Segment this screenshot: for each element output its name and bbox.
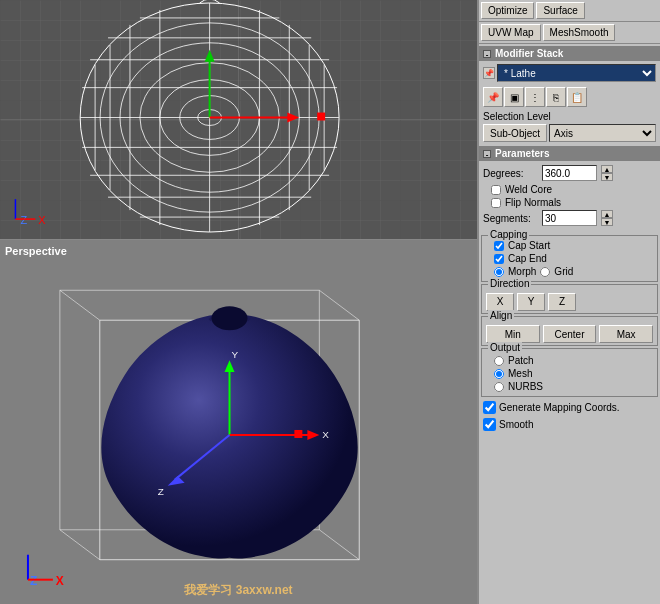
axis-buttons: X Y Z: [486, 293, 653, 311]
morph-grid-row: Morph Grid: [486, 266, 653, 277]
grid-label: Grid: [554, 266, 573, 277]
segments-up[interactable]: ▲: [601, 210, 613, 218]
morph-radio[interactable]: [494, 267, 504, 277]
filter-icon-btn[interactable]: ⋮: [525, 87, 545, 107]
modifier-row: 📌 * Lathe: [481, 63, 658, 83]
cap-end-checkbox[interactable]: [494, 254, 504, 264]
pin-icon-btn[interactable]: 📌: [483, 87, 503, 107]
modifier-dropdown[interactable]: * Lathe: [497, 64, 656, 82]
weld-core-label: Weld Core: [505, 184, 552, 195]
cap-end-row: Cap End: [486, 253, 653, 264]
wireframe-svg: Z X: [0, 0, 477, 239]
generate-row: Generate Mapping Coords.: [479, 399, 660, 416]
parameters-content: Degrees: ▲ ▼ Weld Core Flip Normals Segm…: [479, 161, 660, 233]
parameters-header: - Parameters: [479, 146, 660, 161]
panel-toolbar: Optimize Surface: [479, 0, 660, 22]
segments-input[interactable]: [542, 210, 597, 226]
modifier-stack-collapse[interactable]: -: [483, 50, 491, 58]
parameters-collapse[interactable]: -: [483, 150, 491, 158]
cap-start-row: Cap Start: [486, 240, 653, 251]
svg-point-49: [212, 306, 248, 330]
sel-icon-btn[interactable]: ▣: [504, 87, 524, 107]
flip-normals-checkbox[interactable]: [491, 198, 501, 208]
generate-mapping-checkbox[interactable]: [483, 401, 496, 414]
axis-select[interactable]: Axis: [549, 124, 656, 142]
nurbs-label: NURBS: [508, 381, 543, 392]
svg-line-44: [60, 290, 100, 320]
perspective-svg: Y X Z Z X: [0, 240, 477, 604]
z-axis-btn[interactable]: Z: [548, 293, 576, 311]
flip-normals-row: Flip Normals: [483, 197, 656, 208]
svg-line-47: [319, 530, 359, 560]
surface-button[interactable]: Surface: [536, 2, 584, 19]
cap-start-checkbox[interactable]: [494, 241, 504, 251]
segments-spinner: ▲ ▼: [601, 210, 613, 226]
weld-core-checkbox[interactable]: [491, 185, 501, 195]
degrees-label: Degrees:: [483, 168, 538, 179]
patch-label: Patch: [508, 355, 534, 366]
sub-obj-row: Sub-Object Axis: [483, 124, 656, 142]
svg-line-46: [60, 530, 100, 560]
smooth-label: Smooth: [499, 419, 533, 430]
svg-marker-28: [205, 50, 215, 62]
panel-toolbar-2: UVW Map MeshSmooth: [479, 22, 660, 44]
copy-icon-btn[interactable]: ⎘: [546, 87, 566, 107]
morph-label: Morph: [508, 266, 536, 277]
svg-text:X: X: [322, 429, 329, 440]
center-btn[interactable]: Center: [543, 325, 597, 343]
nurbs-row: NURBS: [486, 381, 653, 392]
optimize-button[interactable]: Optimize: [481, 2, 534, 19]
segments-label: Segments:: [483, 213, 538, 224]
mesh-smooth-button[interactable]: MeshSmooth: [543, 24, 616, 41]
grid-radio[interactable]: [540, 267, 550, 277]
svg-marker-30: [287, 113, 299, 123]
svg-text:Z: Z: [158, 486, 164, 497]
modifier-pin[interactable]: 📌: [483, 67, 495, 79]
viewport-top[interactable]: Z X: [0, 0, 478, 240]
sub-object-btn[interactable]: Sub-Object: [483, 124, 547, 142]
modifier-stack-title: Modifier Stack: [495, 48, 563, 59]
modifier-stack-header: - Modifier Stack: [479, 46, 660, 61]
svg-rect-59: [294, 430, 302, 438]
max-btn[interactable]: Max: [599, 325, 653, 343]
smooth-row: Smooth: [479, 416, 660, 433]
selection-level-label: Selection Level: [483, 111, 656, 122]
svg-text:Z: Z: [20, 214, 27, 226]
smooth-checkbox[interactable]: [483, 418, 496, 431]
mesh-radio[interactable]: [494, 369, 504, 379]
segments-down[interactable]: ▼: [601, 218, 613, 226]
degrees-row: Degrees: ▲ ▼: [483, 165, 656, 181]
x-axis-btn[interactable]: X: [486, 293, 514, 311]
modifier-stack-content: 📌 * Lathe: [479, 61, 660, 85]
align-buttons: Min Center Max: [486, 325, 653, 343]
min-btn[interactable]: Min: [486, 325, 540, 343]
flip-normals-label: Flip Normals: [505, 197, 561, 208]
output-radios: Patch Mesh NURBS: [486, 355, 653, 392]
mesh-row: Mesh: [486, 368, 653, 379]
parameters-title: Parameters: [495, 148, 549, 159]
patch-radio[interactable]: [494, 356, 504, 366]
capping-title: Capping: [488, 229, 529, 240]
cap-end-label: Cap End: [508, 253, 547, 264]
svg-text:Y: Y: [232, 349, 239, 360]
degrees-down[interactable]: ▼: [601, 173, 613, 181]
paste-icon-btn[interactable]: 📋: [567, 87, 587, 107]
weld-core-row: Weld Core: [483, 184, 656, 195]
segments-row: Segments: ▲ ▼: [483, 210, 656, 226]
svg-rect-31: [317, 113, 325, 121]
icon-toolbar: 📌 ▣ ⋮ ⎘ 📋: [479, 85, 660, 109]
output-title: Output: [488, 342, 522, 353]
degrees-up[interactable]: ▲: [601, 165, 613, 173]
nurbs-radio[interactable]: [494, 382, 504, 392]
mesh-label: Mesh: [508, 368, 532, 379]
watermark: 我爱学习 3axxw.net: [184, 582, 292, 599]
selection-level: Selection Level Sub-Object Axis: [479, 109, 660, 144]
y-axis-btn[interactable]: Y: [517, 293, 545, 311]
capping-group: Capping Cap Start Cap End Morph Grid: [481, 235, 658, 282]
degrees-input[interactable]: [542, 165, 597, 181]
viewport-bottom[interactable]: Perspective: [0, 240, 478, 604]
align-title: Align: [488, 310, 514, 321]
direction-title: Direction: [488, 278, 531, 289]
viewport-area: Z X Perspective: [0, 0, 478, 604]
uvw-map-button[interactable]: UVW Map: [481, 24, 541, 41]
